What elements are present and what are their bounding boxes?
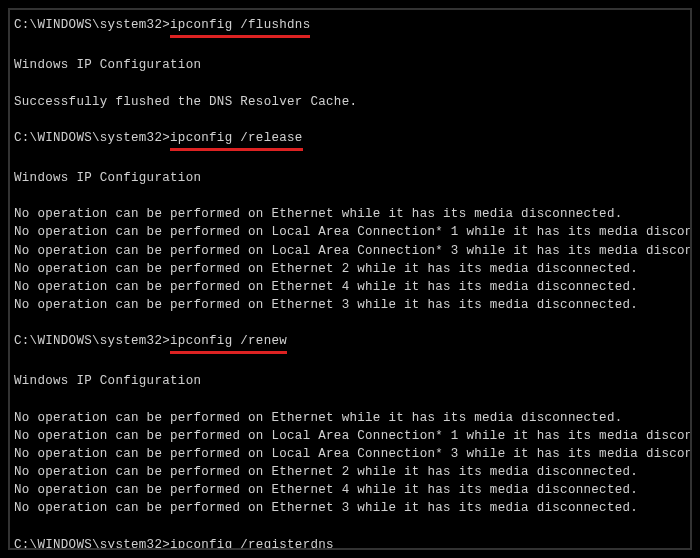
output-ethernet: No operation can be performed on Etherne… <box>14 409 686 427</box>
terminal-window[interactable]: C:\WINDOWS\system32>ipconfig /flushdns W… <box>8 8 692 550</box>
blank-line <box>14 38 686 56</box>
prompt-flushdns: C:\WINDOWS\system32>ipconfig /flushdns <box>14 16 686 38</box>
prompt-text: C:\WINDOWS\system32> <box>14 18 170 32</box>
blank-line <box>14 517 686 535</box>
output-header: Windows IP Configuration <box>14 169 686 187</box>
blank-line <box>14 391 686 409</box>
prompt-text: C:\WINDOWS\system32> <box>14 334 170 348</box>
output-ethernet3: No operation can be performed on Etherne… <box>14 296 686 314</box>
prompt-registerdns: C:\WINDOWS\system32>ipconfig /registerdn… <box>14 536 686 551</box>
prompt-renew: C:\WINDOWS\system32>ipconfig /renew <box>14 332 686 354</box>
blank-line <box>14 151 686 169</box>
output-ethernet2: No operation can be performed on Etherne… <box>14 463 686 481</box>
command-flushdns: ipconfig /flushdns <box>170 16 310 38</box>
command-registerdns: ipconfig /registerdns <box>170 536 334 551</box>
output-ethernet3: No operation can be performed on Etherne… <box>14 499 686 517</box>
output-header: Windows IP Configuration <box>14 372 686 390</box>
output-ethernet4: No operation can be performed on Etherne… <box>14 481 686 499</box>
command-release: ipconfig /release <box>170 129 303 151</box>
output-ethernet2: No operation can be performed on Etherne… <box>14 260 686 278</box>
output-ethernet: No operation can be performed on Etherne… <box>14 205 686 223</box>
output-lac1: No operation can be performed on Local A… <box>14 427 686 445</box>
output-header: Windows IP Configuration <box>14 56 686 74</box>
blank-line <box>14 354 686 372</box>
blank-line <box>14 74 686 92</box>
blank-line <box>14 111 686 129</box>
prompt-text: C:\WINDOWS\system32> <box>14 538 170 551</box>
blank-line <box>14 314 686 332</box>
prompt-text: C:\WINDOWS\system32> <box>14 131 170 145</box>
output-lac1: No operation can be performed on Local A… <box>14 223 686 241</box>
output-lac3: No operation can be performed on Local A… <box>14 242 686 260</box>
blank-line <box>14 187 686 205</box>
prompt-release: C:\WINDOWS\system32>ipconfig /release <box>14 129 686 151</box>
command-renew: ipconfig /renew <box>170 332 287 354</box>
output-ethernet4: No operation can be performed on Etherne… <box>14 278 686 296</box>
output-flushdns-success: Successfully flushed the DNS Resolver Ca… <box>14 93 686 111</box>
output-lac3: No operation can be performed on Local A… <box>14 445 686 463</box>
